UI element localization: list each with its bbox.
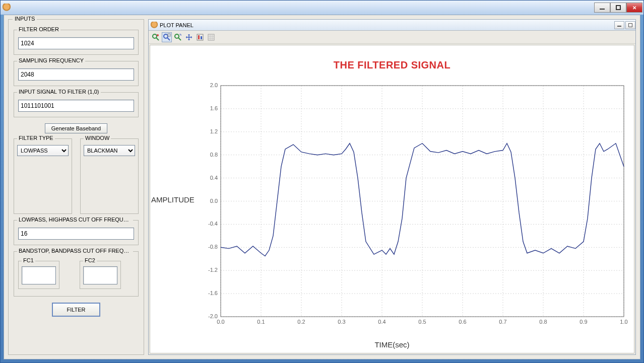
plot-internal-frame: PLOT PANEL THE FILTERED SI	[148, 19, 636, 355]
input-signal-label: INPUT SIGNAL TO FILTER (1,0)	[17, 89, 101, 95]
fc2-label: FC2	[83, 257, 97, 263]
filter-type-label: FILTER TYPE	[17, 135, 55, 141]
y-axis-label: AMPLITUDE	[151, 195, 195, 203]
svg-text:-0.4: -0.4	[208, 221, 218, 227]
window-controls	[594, 3, 642, 13]
inputs-title: INPUTS	[13, 16, 37, 22]
lp-hp-cutoff-group: LOWPASS, HIGHPASS CUT OFF FREQUE...	[14, 220, 139, 245]
svg-text:0.1: 0.1	[257, 319, 265, 325]
plot-maximize-button[interactable]	[625, 21, 635, 29]
window-type-select[interactable]: BLACKMAN	[84, 145, 135, 156]
pan-icon[interactable]	[184, 32, 194, 42]
svg-line-7	[178, 38, 181, 40]
svg-text:0.8: 0.8	[539, 319, 547, 325]
window-type-group: WINDOW BLACKMAN	[80, 138, 139, 214]
fc1-group: FC1	[18, 261, 59, 289]
bs-bp-cutoff-group: BANDSTOP, BANDPASS CUT OFF FREQUEN... FC…	[14, 251, 139, 297]
window-type-label: WINDOW	[84, 135, 111, 141]
svg-text:0.5: 0.5	[418, 319, 426, 325]
fc1-label: FC1	[22, 257, 35, 263]
zoom-reset-icon[interactable]	[151, 32, 161, 42]
lp-hp-cutoff-input[interactable]	[18, 228, 134, 240]
svg-rect-11	[208, 34, 214, 40]
maximize-button[interactable]	[610, 3, 626, 13]
main-window: INPUTS FILTER ORDER SAMPLING FREQUENCY I…	[0, 0, 644, 363]
svg-text:0.4: 0.4	[210, 175, 218, 181]
svg-text:0.2: 0.2	[297, 319, 305, 325]
svg-text:-1.2: -1.2	[208, 267, 218, 273]
plot-titlebar[interactable]: PLOT PANEL	[149, 20, 635, 31]
svg-text:0.9: 0.9	[579, 319, 587, 325]
filter-type-group: FILTER TYPE LOWPASS	[14, 138, 72, 214]
close-button[interactable]	[626, 3, 642, 13]
svg-point-6	[175, 34, 179, 38]
zoom-box-icon[interactable]	[162, 32, 172, 42]
line-chart: 0.00.10.20.30.40.50.60.70.80.91.0-2.0-1.…	[196, 83, 629, 330]
grid-icon[interactable]	[206, 32, 216, 42]
svg-text:1.2: 1.2	[210, 128, 218, 134]
sampling-freq-label: SAMPLING FREQUENCY	[17, 57, 85, 63]
svg-point-3	[164, 34, 168, 38]
svg-text:0.6: 0.6	[459, 319, 466, 325]
fc2-input[interactable]	[83, 266, 117, 284]
config-icon[interactable]	[195, 32, 205, 42]
svg-text:-2.0: -2.0	[208, 313, 218, 319]
filter-order-group: FILTER ORDER	[14, 30, 139, 55]
inputs-panel: INPUTS FILTER ORDER SAMPLING FREQUENCY I…	[8, 19, 144, 355]
svg-text:2.0: 2.0	[210, 83, 218, 88]
svg-text:1.0: 1.0	[620, 319, 627, 325]
filter-type-select[interactable]: LOWPASS	[17, 145, 69, 156]
java-icon	[3, 4, 11, 12]
svg-text:1.6: 1.6	[210, 105, 218, 111]
minimize-button[interactable]	[594, 3, 610, 13]
svg-rect-10	[201, 36, 202, 39]
generate-baseband-button[interactable]: Generate Baseband	[45, 123, 107, 133]
plot-minimize-button[interactable]	[614, 21, 624, 29]
svg-text:0.7: 0.7	[499, 319, 506, 325]
svg-text:0.3: 0.3	[338, 319, 345, 325]
plot-panel-title: PLOT PANEL	[160, 22, 194, 28]
fc1-input[interactable]	[22, 266, 56, 284]
sampling-freq-input[interactable]	[18, 68, 134, 81]
svg-point-0	[153, 34, 157, 38]
fc2-group: FC2	[80, 261, 121, 289]
plot-toolbar	[149, 31, 635, 44]
svg-rect-9	[198, 35, 200, 39]
svg-point-2	[157, 34, 159, 36]
svg-text:0.8: 0.8	[210, 152, 218, 158]
chart-title: THE FILTERED SIGNAL	[150, 45, 634, 74]
filter-button[interactable]: FILTER	[52, 303, 100, 317]
x-axis-label: TIME(sec)	[374, 340, 409, 349]
filter-order-label: FILTER ORDER	[17, 26, 60, 32]
lp-hp-cutoff-label: LOWPASS, HIGHPASS CUT OFF FREQUE...	[17, 216, 133, 223]
svg-line-1	[156, 38, 159, 40]
svg-line-4	[167, 38, 170, 40]
svg-text:-1.6: -1.6	[208, 290, 218, 296]
zoom-dynamic-icon[interactable]	[173, 32, 183, 42]
svg-text:0.0: 0.0	[217, 319, 224, 325]
input-signal-group: INPUT SIGNAL TO FILTER (1,0)	[14, 92, 139, 117]
svg-text:-0.8: -0.8	[208, 244, 218, 250]
frame-body: INPUTS FILTER ORDER SAMPLING FREQUENCY I…	[4, 15, 640, 359]
svg-rect-8	[197, 34, 203, 40]
java-icon	[151, 22, 158, 29]
input-signal-input[interactable]	[18, 100, 134, 112]
bs-bp-cutoff-label: BANDSTOP, BANDPASS CUT OFF FREQUEN...	[17, 248, 133, 254]
svg-text:0.4: 0.4	[378, 319, 385, 325]
chart-area: THE FILTERED SIGNAL AMPLITUDE TIME(sec) …	[150, 45, 634, 353]
filter-order-input[interactable]	[18, 37, 134, 49]
sampling-freq-group: SAMPLING FREQUENCY	[14, 61, 139, 86]
svg-text:0.0: 0.0	[210, 198, 218, 204]
titlebar[interactable]	[1, 1, 643, 15]
